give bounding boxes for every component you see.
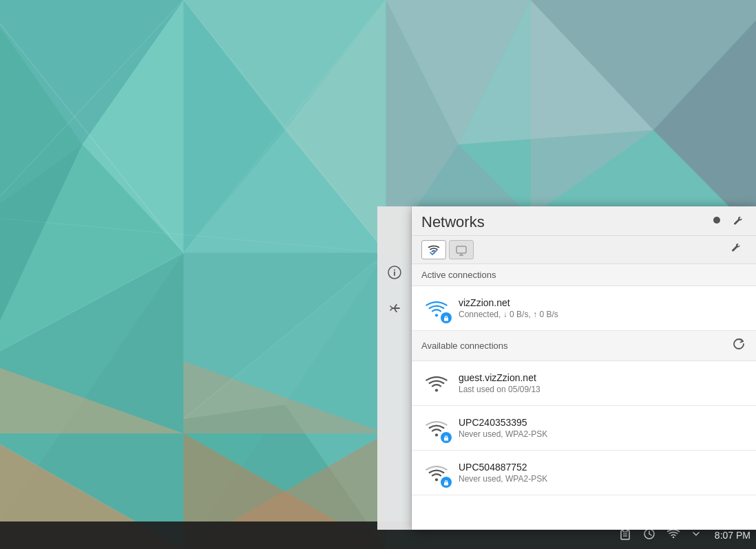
- available-connections-header: Available connections: [412, 331, 756, 361]
- panel-header-icons: [709, 214, 746, 230]
- wifi-icon-container: [421, 293, 452, 323]
- panel-content: Active connections: [412, 264, 756, 530]
- tab-bar: [412, 236, 756, 264]
- available-network-name-0: guest.vizZzion.net: [459, 372, 746, 383]
- svg-line-44: [649, 534, 651, 535]
- available-connections-label: Available connections: [421, 341, 508, 351]
- info-sidebar-icon[interactable]: [384, 261, 406, 283]
- taskbar-time: 8:07 PM: [709, 530, 750, 541]
- network-info: vizZzion.net Connected, ↓ 0 B/s, ↑ 0 B/s: [459, 297, 746, 319]
- available-network-item-2[interactable]: UPC504887752 Never used, WPA2-PSK: [412, 451, 756, 495]
- svg-point-57: [435, 478, 438, 481]
- svg-point-52: [435, 314, 438, 316]
- networks-panel: Networks: [377, 206, 756, 530]
- svg-rect-56: [444, 438, 448, 441]
- network-info-2: UPC504887752 Never used, WPA2-PSK: [459, 462, 746, 484]
- active-connections-label: Active connections: [421, 270, 496, 280]
- tab-wrench-icon[interactable]: [726, 241, 746, 259]
- svg-rect-49: [456, 246, 466, 253]
- available-network-status-2: Never used, WPA2-PSK: [459, 474, 746, 484]
- available-network-name-2: UPC504887752: [459, 462, 746, 473]
- network-info-1: UPC240353395 Never used, WPA2-PSK: [459, 417, 746, 439]
- available-network-item-1[interactable]: UPC240353395 Never used, WPA2-PSK: [412, 406, 756, 451]
- tab-wifi[interactable]: [421, 240, 446, 259]
- network-status: Connected, ↓ 0 B/s, ↑ 0 B/s: [459, 310, 746, 319]
- refresh-button[interactable]: [731, 336, 746, 355]
- svg-point-48: [713, 217, 720, 224]
- svg-rect-58: [444, 482, 448, 486]
- panel-header: Networks: [412, 206, 756, 236]
- available-network-status-1: Never used, WPA2-PSK: [459, 429, 746, 439]
- lock-badge: [441, 312, 452, 323]
- active-network-item[interactable]: vizZzion.net Connected, ↓ 0 B/s, ↑ 0 B/s: [412, 286, 756, 331]
- lock-badge-1: [441, 432, 452, 443]
- lock-badge-2: [441, 477, 452, 488]
- tab-wired[interactable]: [449, 240, 474, 259]
- panel-main: Networks: [412, 206, 756, 530]
- svg-point-46: [394, 270, 395, 271]
- available-network-item-0[interactable]: guest.vizZzion.net Last used on 05/09/13: [412, 361, 756, 406]
- svg-rect-53: [444, 318, 448, 321]
- network-name: vizZzion.net: [459, 297, 746, 308]
- wifi-icon-container-0: [421, 368, 452, 398]
- available-network-name-1: UPC240353395: [459, 417, 746, 428]
- network-info-0: guest.vizZzion.net Last used on 05/09/13: [459, 372, 746, 394]
- wifi-icon-container-2: [421, 458, 452, 488]
- active-connections-header: Active connections: [412, 264, 756, 286]
- wrench-header-icon[interactable]: [730, 214, 746, 230]
- svg-point-55: [435, 433, 438, 436]
- panel-sidebar: [377, 206, 412, 530]
- panel-title: Networks: [421, 213, 485, 231]
- available-network-status-0: Last used on 05/09/13: [459, 385, 746, 394]
- svg-point-54: [435, 389, 438, 391]
- settings-dot-icon[interactable]: [709, 214, 724, 230]
- wifi-icon-container-1: [421, 413, 452, 443]
- back-sidebar-icon[interactable]: [384, 297, 406, 319]
